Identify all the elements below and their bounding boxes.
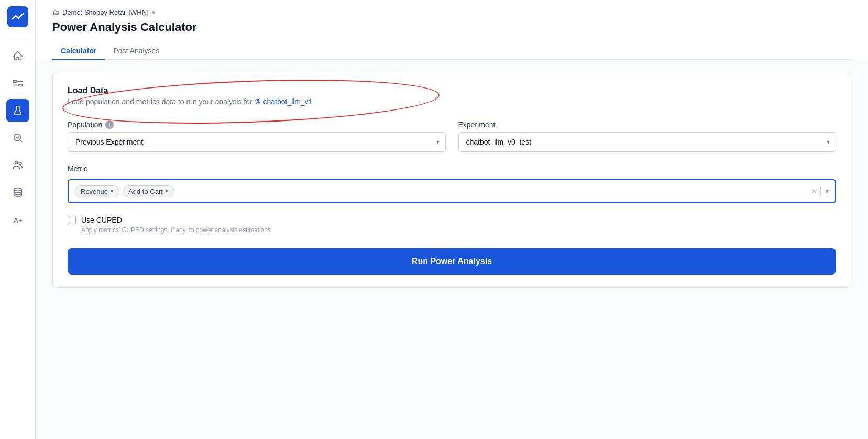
tag-revenue: Revenue × — [75, 185, 119, 197]
folder-icon: 🗂 — [52, 8, 59, 16]
flask-sidebar-icon — [12, 105, 24, 116]
svg-point-8 — [14, 188, 21, 191]
svg-text:A+: A+ — [13, 216, 22, 224]
sidebar-item-experiment[interactable] — [6, 99, 29, 122]
main-content: 🗂 Demo: Shoppy Retail [WHN] ▾ Power Anal… — [36, 0, 868, 439]
metric-clear-button[interactable]: × — [812, 187, 816, 195]
sidebar-item-ai[interactable]: A+ — [6, 208, 29, 231]
experiment-link[interactable]: ⚗ chatbot_llm_v1 — [254, 97, 312, 106]
metric-dropdown-button[interactable]: ▾ — [825, 187, 829, 195]
ai-icon: A+ — [12, 214, 24, 225]
header: 🗂 Demo: Shoppy Retail [WHN] ▾ Power Anal… — [36, 0, 868, 60]
metric-label: Metric — [68, 164, 836, 173]
svg-rect-1 — [18, 84, 22, 86]
experiment-label: Experiment — [458, 120, 837, 129]
tab-past-analyses[interactable]: Past Analyses — [105, 42, 168, 60]
metric-divider — [820, 186, 821, 196]
home-icon — [12, 50, 24, 62]
population-group: Population i Previous Experiment All Use… — [68, 120, 446, 152]
svg-rect-0 — [13, 81, 16, 83]
sidebar-divider-top — [7, 38, 28, 38]
population-select[interactable]: Previous Experiment All Users New Users — [68, 132, 446, 152]
database-icon — [12, 186, 24, 198]
tag-add-to-cart: Add to Cart × — [123, 185, 174, 197]
content-area: Load Data Load population and metrics da… — [36, 60, 868, 439]
svg-point-6 — [15, 161, 18, 164]
sidebar-item-analytics[interactable] — [6, 126, 29, 149]
breadcrumb-chevron: ▾ — [152, 8, 156, 16]
svg-point-7 — [19, 162, 21, 165]
sidebar: A+ — [0, 0, 36, 439]
metric-actions: × ▾ — [812, 186, 829, 196]
tag-add-to-cart-close[interactable]: × — [165, 188, 169, 194]
app-logo[interactable] — [7, 6, 28, 27]
analytics-icon — [12, 132, 24, 144]
svg-line-5 — [20, 140, 22, 142]
cuped-section: Use CUPED Apply metrics' CUPED settings,… — [68, 216, 836, 234]
metric-multiselect[interactable]: Revenue × Add to Cart × × ▾ — [68, 179, 836, 203]
logo-icon — [12, 10, 24, 23]
tab-calculator[interactable]: Calculator — [52, 42, 105, 60]
cuped-row: Use CUPED — [68, 216, 836, 224]
load-data-section: Load Data Load population and metrics da… — [68, 86, 836, 106]
toggles-icon — [12, 78, 24, 89]
population-select-wrapper: Previous Experiment All Users New Users … — [68, 132, 446, 152]
breadcrumb[interactable]: 🗂 Demo: Shoppy Retail [WHN] ▾ — [52, 8, 851, 16]
load-data-desc: Load population and metrics data to run … — [68, 97, 836, 106]
cuped-checkbox[interactable] — [68, 216, 76, 224]
tag-revenue-close[interactable]: × — [110, 188, 114, 194]
population-label: Population i — [68, 120, 446, 129]
page-title: Power Analysis Calculator — [52, 20, 851, 34]
run-power-analysis-button[interactable]: Run Power Analysis — [68, 248, 836, 275]
form-row-population-experiment: Population i Previous Experiment All Use… — [68, 120, 836, 152]
breadcrumb-text: Demo: Shoppy Retail [WHN] — [62, 8, 149, 16]
metric-group: Metric Revenue × Add to Cart × × ▾ — [68, 164, 836, 203]
cuped-title: Use CUPED — [81, 216, 122, 224]
sidebar-item-home[interactable] — [6, 45, 29, 68]
tabs-bar: Calculator Past Analyses — [52, 42, 851, 60]
experiment-select-wrapper: chatbot_llm_v0_test chatbot_llm_v1_test … — [458, 132, 837, 152]
sidebar-item-database[interactable] — [6, 181, 29, 204]
flask-link-icon: ⚗ — [254, 97, 261, 106]
users-icon — [12, 159, 24, 171]
sidebar-item-users[interactable] — [6, 153, 29, 177]
load-data-title: Load Data — [68, 86, 836, 95]
population-info-icon[interactable]: i — [105, 120, 114, 129]
main-card: Load Data Load population and metrics da… — [52, 73, 851, 288]
experiment-select[interactable]: chatbot_llm_v0_test chatbot_llm_v1_test … — [458, 132, 837, 152]
cuped-description: Apply metrics' CUPED settings, if any, t… — [81, 226, 836, 234]
experiment-group: Experiment chatbot_llm_v0_test chatbot_l… — [458, 120, 837, 152]
sidebar-item-toggles[interactable] — [6, 72, 29, 95]
